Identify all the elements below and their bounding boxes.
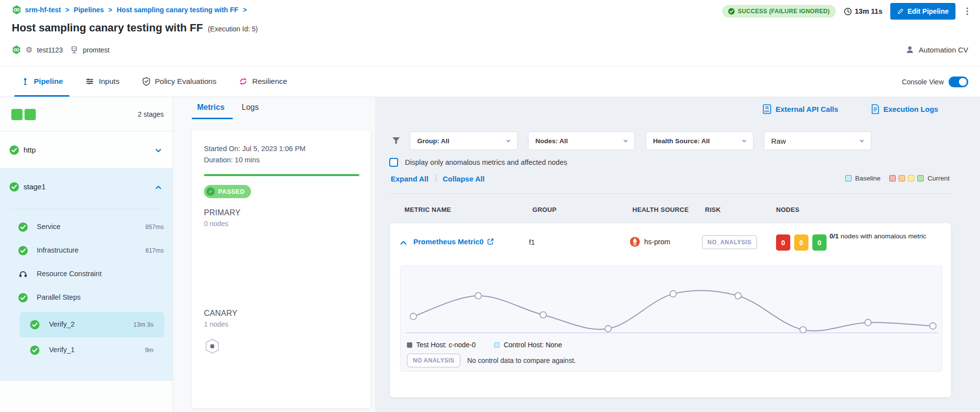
control-host-label: Control Host: None (503, 341, 562, 349)
elapsed-time: 13m 11s (844, 7, 882, 16)
prometheus-icon (629, 236, 640, 247)
current-swatch-red (889, 175, 896, 181)
step-duration: 9m (145, 347, 153, 354)
gear-icon: ⚙ (25, 45, 32, 54)
canary-node-hexagon-icon[interactable] (205, 338, 220, 354)
step-row-service[interactable]: Service 857ms (0, 215, 173, 239)
page-title: Host sampling canary testing with FF (12, 22, 203, 34)
expand-all-link[interactable]: Expand All (391, 175, 428, 183)
svg-text:API: API (764, 110, 769, 113)
verification-duration-label: Duration: 10 mins (204, 156, 260, 164)
node-count-badge-green: 0 (812, 234, 827, 251)
tab-metrics[interactable]: Metrics (197, 103, 225, 112)
baseline-legend: Baseline (845, 175, 880, 182)
collapse-chevron-up-icon[interactable] (400, 239, 407, 247)
sidebar-item-stage1[interactable]: stage1 (0, 169, 173, 205)
stage-label: stage1 (24, 182, 46, 191)
chevron-down-icon (741, 138, 747, 144)
raw-mode-dropdown[interactable]: Raw (764, 131, 871, 150)
console-view-label: Console View (902, 78, 944, 86)
main-tabbar: Pipeline Inputs Policy (0, 66, 980, 97)
current-swatch-green (917, 175, 924, 181)
anomalous-filter-checkbox[interactable] (389, 158, 398, 167)
verification-summary-card: Started On: Jul 5, 2023 1:06 PM Duration… (192, 130, 371, 408)
edit-pipeline-button[interactable]: Edit Pipeline (890, 3, 955, 20)
chevron-down-icon (859, 138, 865, 144)
step-label: Infrastructure (37, 246, 78, 254)
environment-icon (70, 46, 78, 54)
current-label: Current (928, 175, 950, 182)
health-source-value: hs-prom (644, 238, 670, 246)
app-root: srm-hf-test > Pipelines > Host sampling … (0, 0, 980, 412)
canary-node-count: 1 nodes (204, 320, 228, 328)
stage-count-label: 2 stages (138, 110, 164, 118)
tab-logs[interactable]: Logs (242, 103, 259, 112)
chevron-down-icon[interactable] (154, 146, 163, 155)
check-circle-icon (30, 345, 40, 355)
metric-name-link[interactable]: Prometheus Metric0 (413, 237, 483, 246)
check-circle-icon (30, 320, 40, 330)
nodes-filter-dropdown[interactable]: Nodes: All (528, 131, 635, 150)
harness-logo-icon (12, 45, 21, 54)
external-api-calls-link[interactable]: API External API Calls (762, 104, 838, 114)
breadcrumb-separator: > (65, 6, 69, 14)
elapsed-time-label: 13m 11s (855, 7, 882, 15)
step-row-verify-1[interactable]: Verify_1 9m (20, 337, 164, 363)
verification-panel: Metrics Logs Started On: Jul 5, 2023 1:0… (173, 97, 375, 412)
check-circle-icon (18, 293, 28, 303)
filter-icon[interactable] (391, 136, 401, 146)
harness-logo-icon (12, 5, 22, 15)
clock-icon (844, 7, 852, 16)
step-row-parallel-steps[interactable]: Parallel Steps (0, 286, 173, 309)
tab-policy-evaluations[interactable]: Policy Evaluations (142, 66, 217, 97)
breadcrumb-pipeline-name-link[interactable]: Host sampling canary testing with FF (117, 6, 238, 14)
external-link-icon[interactable] (487, 238, 494, 245)
group-filter-dropdown[interactable]: Group: All (410, 131, 518, 150)
inputs-icon (85, 77, 94, 86)
execution-sidebar: 2 stages http stage1 (0, 97, 173, 412)
breadcrumb-project-link[interactable]: srm-hf-test (25, 6, 61, 14)
chevron-up-icon[interactable] (154, 183, 163, 192)
sidebar-item-http[interactable]: http (0, 131, 173, 169)
current-swatch-orange (899, 175, 905, 181)
column-header-nodes: NODES (776, 206, 800, 213)
stage-label: http (24, 146, 36, 154)
chevron-down-icon (505, 138, 511, 144)
shield-check-icon (142, 77, 151, 86)
control-host-legend: Control Host: None (494, 341, 562, 349)
stages-summary-row: 2 stages (0, 97, 173, 131)
collapse-all-link[interactable]: Collapse All (443, 175, 484, 183)
analysis-panel: API External API Calls Execution Logs Gr… (375, 97, 980, 412)
api-document-icon: API (762, 104, 772, 114)
health-source-filter-dropdown[interactable]: Health Source: All (646, 131, 754, 150)
metric-chart-svg[interactable] (404, 269, 939, 337)
step-label: Verify_2 (49, 320, 75, 328)
step-row-infrastructure[interactable]: Infrastructure 617ms (0, 239, 173, 262)
chevron-down-icon (623, 138, 628, 144)
step-label: Service (37, 223, 60, 231)
column-header-group: GROUP (532, 206, 556, 213)
service-name: test1123 (37, 46, 63, 54)
control-host-swatch (494, 342, 500, 348)
breadcrumb-pipelines-link[interactable]: Pipelines (74, 6, 103, 14)
tab-pipeline[interactable]: Pipeline (21, 66, 63, 97)
check-circle-icon (9, 182, 19, 192)
console-view-control: Console View (902, 66, 968, 98)
user-avatar-icon (905, 45, 914, 54)
canary-group-label: CANARY (204, 309, 237, 318)
step-row-resource-constraint[interactable]: Resource Constraint (0, 262, 173, 286)
execution-logs-link[interactable]: Execution Logs (871, 104, 938, 114)
more-options-icon[interactable] (963, 6, 971, 16)
no-analysis-row: NO ANALYSIS No control data to compare a… (407, 354, 576, 367)
step-label: Verify_1 (49, 346, 75, 354)
execution-id: (Execution Id: 5) (208, 25, 258, 33)
check-circle-icon (9, 145, 19, 155)
step-duration: 857ms (145, 224, 164, 231)
console-view-toggle[interactable] (949, 77, 968, 87)
document-icon (871, 104, 879, 114)
tab-resilience[interactable]: Resilience (239, 66, 287, 97)
primary-group-label: PRIMARY (204, 208, 241, 217)
group-value: f1 (529, 238, 535, 246)
tab-inputs[interactable]: Inputs (85, 66, 119, 97)
step-row-verify-2[interactable]: Verify_2 13m 3s (20, 312, 164, 337)
